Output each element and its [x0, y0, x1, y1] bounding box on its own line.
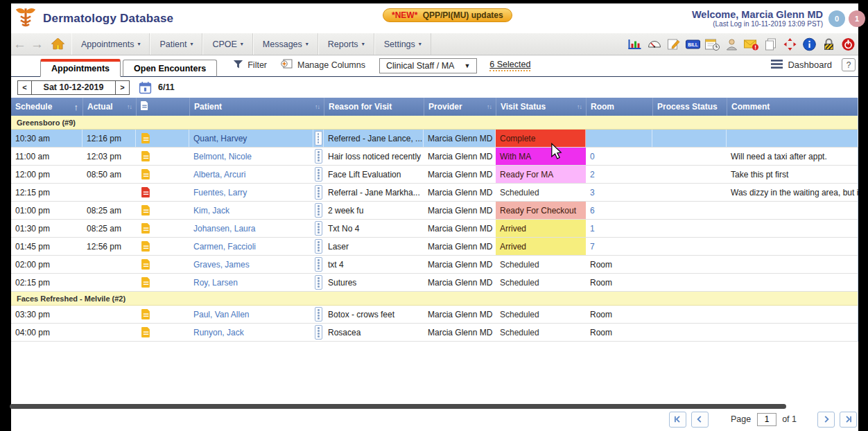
row-drag-handle[interactable] — [313, 324, 324, 341]
visit-status-badge[interactable]: Scheduled — [496, 306, 586, 323]
calendar-icon[interactable] — [139, 81, 152, 94]
patient-link[interactable]: Alberta, Arcuri — [189, 166, 313, 183]
cell-room[interactable]: 2 — [586, 166, 652, 183]
patient-link[interactable]: Roy, Larsen — [189, 274, 313, 291]
nav-item-reports[interactable]: Reports▾ — [318, 33, 374, 55]
row-drag-handle[interactable] — [313, 202, 324, 219]
cell-document[interactable] — [136, 256, 189, 273]
row-drag-handle[interactable] — [313, 306, 324, 323]
cell-document[interactable] — [136, 148, 189, 165]
appointment-row[interactable]: 01:30 pm 08:25 am Johansen, Laura Txt No… — [11, 220, 858, 238]
page-number-input[interactable] — [757, 413, 776, 426]
notification-badge-blue[interactable]: 0 — [828, 10, 845, 27]
filter-button[interactable]: Filter — [233, 59, 267, 71]
prev-page-button[interactable] — [691, 412, 709, 428]
patient-link[interactable]: Fuentes, Larry — [189, 184, 313, 201]
cell-room[interactable]: Room — [586, 256, 652, 273]
appointment-row[interactable]: 12:15 pm Fuentes, Larry Referral - Jane … — [11, 184, 858, 202]
cell-document[interactable] — [136, 324, 189, 341]
next-day-button[interactable]: > — [115, 80, 130, 95]
updates-banner[interactable]: *NEW* QPP/PI(MU) updates — [383, 8, 512, 22]
row-drag-handle[interactable] — [313, 166, 324, 183]
patient-link[interactable]: Belmont, Nicole — [189, 148, 313, 165]
cell-document[interactable] — [136, 274, 189, 291]
row-drag-handle[interactable] — [313, 184, 324, 201]
appointment-row[interactable]: 01:00 pm 08:25 am Kim, Jack 2 week fu Ma… — [11, 202, 858, 220]
cell-room[interactable]: 3 — [586, 184, 652, 201]
col-header-comment[interactable]: Comment — [727, 98, 858, 116]
staff-filter-dropdown[interactable]: Clinical Staff / MA ▼ — [379, 58, 477, 73]
col-header-reason[interactable]: Reason for Visit — [324, 98, 424, 116]
notification-badge-pink[interactable]: 1 — [849, 10, 865, 27]
patient-link[interactable]: Kim, Jack — [189, 202, 313, 219]
lock-icon[interactable] — [820, 37, 837, 52]
gauge-icon[interactable] — [645, 37, 663, 52]
row-drag-handle[interactable] — [313, 256, 324, 273]
compose-icon[interactable] — [665, 37, 682, 52]
visit-status-badge[interactable]: Scheduled — [496, 324, 586, 341]
patient-link[interactable]: Runyon, Jack — [189, 324, 313, 341]
selected-count-link[interactable]: 6 Selected — [489, 60, 530, 71]
cell-room[interactable]: Room — [586, 306, 652, 323]
patient-link[interactable]: Carmen, Faccioli — [189, 238, 313, 255]
patient-icon[interactable] — [723, 37, 740, 52]
visit-status-badge[interactable]: Scheduled — [496, 184, 586, 201]
row-drag-handle[interactable] — [313, 148, 324, 165]
col-header-room[interactable]: Room — [586, 98, 652, 116]
cell-room[interactable]: 6 — [586, 202, 652, 219]
appointment-row[interactable]: 11:00 am 12:03 pm Belmont, Nicole Hair l… — [11, 148, 858, 166]
prev-day-button[interactable]: < — [17, 80, 32, 95]
support-icon[interactable] — [781, 37, 799, 52]
col-header-provider[interactable]: Provider↑↓ — [424, 98, 496, 116]
forward-icon[interactable]: → — [31, 37, 44, 51]
first-page-button[interactable] — [669, 412, 686, 428]
appointment-row[interactable]: 02:15 pm Roy, Larsen Sutures Marcia Glen… — [11, 274, 858, 292]
visit-status-badge[interactable]: Scheduled — [496, 256, 586, 273]
current-date[interactable]: Sat 10-12-2019 — [32, 80, 115, 95]
patient-link[interactable]: Quant, Harvey — [189, 130, 313, 147]
cell-document[interactable] — [136, 202, 189, 219]
cell-room[interactable]: 1 — [586, 220, 652, 237]
schedule-icon[interactable] — [704, 37, 721, 52]
patient-link[interactable]: Johansen, Laura — [189, 220, 313, 237]
info-icon[interactable] — [801, 37, 818, 52]
cell-room[interactable]: 7 — [586, 238, 652, 255]
cell-document[interactable] — [136, 166, 189, 183]
cell-room[interactable]: 0 — [586, 148, 652, 165]
documents-icon[interactable] — [762, 37, 779, 52]
home-icon[interactable] — [51, 38, 64, 50]
cell-room[interactable]: Room — [586, 324, 652, 341]
patient-link[interactable]: Paul, Van Allen — [189, 306, 313, 323]
cell-document[interactable] — [136, 306, 189, 323]
nav-item-settings[interactable]: Settings▾ — [374, 33, 431, 55]
col-header-visit-status[interactable]: Visit Status↑↓ — [496, 98, 586, 116]
tab-open-encounters[interactable]: Open Encounters — [123, 60, 217, 77]
visit-status-badge[interactable]: With MA — [496, 148, 586, 165]
nav-item-cpoe[interactable]: CPOE▾ — [202, 33, 252, 55]
dashboard-button[interactable]: Dashboard — [771, 60, 832, 71]
help-button[interactable]: ? — [842, 58, 856, 71]
visit-status-badge[interactable]: Ready For MA — [496, 166, 586, 183]
horizontal-scrollbar[interactable] — [10, 404, 786, 409]
cell-document[interactable] — [136, 184, 189, 201]
nav-item-messages[interactable]: Messages▾ — [253, 33, 318, 55]
appointment-row[interactable]: 02:00 pm Graves, James txt 4 Marcia Glen… — [11, 256, 858, 274]
col-header-document[interactable] — [136, 98, 189, 116]
col-header-process-status[interactable]: Process Status — [652, 98, 727, 116]
appointment-row[interactable]: 04:00 pm Runyon, Jack Rosacea Marcia Gle… — [11, 324, 858, 342]
logout-power-icon[interactable] — [840, 37, 857, 52]
nav-item-appointments[interactable]: Appointments▾ — [71, 33, 150, 55]
tab-appointments[interactable]: Appointments — [40, 59, 121, 77]
visit-status-badge[interactable]: Ready For Checkout — [496, 202, 586, 219]
row-drag-handle[interactable] — [313, 274, 324, 291]
cell-document[interactable] — [136, 130, 189, 147]
nav-item-patient[interactable]: Patient▾ — [150, 33, 202, 55]
appointment-row[interactable]: 01:45 pm 12:56 pm Carmen, Faccioli Laser… — [11, 238, 858, 256]
manage-columns-button[interactable]: Manage Columns — [281, 58, 365, 71]
chart-icon[interactable] — [626, 37, 643, 52]
visit-status-badge[interactable]: Arrived — [496, 220, 586, 237]
appointment-row[interactable]: 03:30 pm Paul, Van Allen Botox - crows f… — [11, 306, 858, 324]
col-header-actual[interactable]: Actual↑↓ — [83, 98, 136, 116]
col-header-schedule[interactable]: Schedule↑ — [11, 98, 83, 116]
col-header-patient[interactable]: Patient↑↓ — [189, 98, 324, 116]
